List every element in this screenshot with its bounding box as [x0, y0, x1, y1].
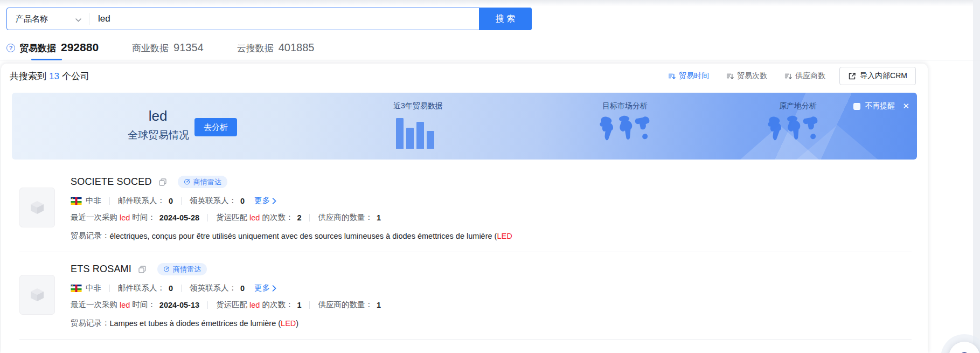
- headset-icon: [957, 350, 971, 353]
- trade-record-label: 贸易记录：: [71, 231, 110, 241]
- company-card: SOCIETE SOCED 商情雷达 中非 邮件联系人： 0 领英联系人：: [1, 160, 928, 252]
- separator: [309, 301, 310, 309]
- flag-central-african-republic-icon: [71, 197, 82, 205]
- tab-label: 商业数据: [132, 42, 169, 54]
- analysis-banner: led 全球贸易情况 去分析 近3年贸易数据 目标市场分析 原产地分析: [12, 93, 917, 160]
- close-icon[interactable]: ✕: [902, 101, 909, 111]
- search-bar: 产品名称 搜 索: [6, 8, 532, 30]
- last-purchase-date: 2024-05-13: [159, 301, 199, 309]
- country-label: 中非: [86, 283, 101, 293]
- sort-by-supplier-count[interactable]: 供应商数: [784, 71, 825, 81]
- company-name[interactable]: SOCIETE SOCED: [71, 176, 152, 188]
- tab-business-data[interactable]: 商业数据 91354: [132, 41, 204, 54]
- search-category-dropdown[interactable]: 产品名称: [7, 8, 89, 30]
- separator: [109, 285, 110, 292]
- sort-label: 贸易时间: [679, 71, 709, 81]
- company-card: ETS ROSAMI 商情雷达 中非 邮件联系人： 0 领英联系人：: [1, 252, 928, 339]
- sort-by-trade-count[interactable]: 贸易次数: [726, 71, 767, 81]
- email-contacts-value: 0: [169, 197, 173, 205]
- chevron-right-icon: [272, 198, 276, 204]
- tab-count: 91354: [173, 41, 204, 54]
- trade-record-row: 贸易记录： Lampes et tubes à diodes émettrice…: [71, 318, 912, 328]
- supplier-count: 1: [377, 213, 381, 222]
- freight-match-count: 1: [297, 301, 301, 309]
- trade-bar: [406, 128, 414, 149]
- separator: [207, 301, 208, 309]
- sort-icon: [668, 72, 676, 80]
- company-name[interactable]: ETS ROSAMI: [71, 264, 131, 275]
- linkedin-contacts-value: 0: [240, 284, 245, 293]
- more-link[interactable]: 更多: [254, 196, 276, 206]
- active-tab-underline: [31, 59, 62, 60]
- divider: [19, 339, 912, 340]
- banner-subtitle: 全球贸易情况: [128, 128, 188, 142]
- tab-trade-data[interactable]: 贸易数据 292880: [19, 41, 99, 54]
- chevron-right-icon: [272, 285, 276, 292]
- search-input[interactable]: [89, 8, 531, 30]
- trade-record-label: 贸易记录：: [71, 318, 110, 328]
- linkedin-contacts-label: 领英联系人：: [190, 196, 237, 206]
- business-radar-badge[interactable]: 商情雷达: [178, 176, 227, 188]
- tab-label: 贸易数据: [19, 42, 56, 54]
- copy-icon[interactable]: [138, 265, 147, 274]
- email-contacts-value: 0: [169, 284, 173, 293]
- sort-label: 供应商数: [795, 71, 825, 81]
- sort-icon: [726, 72, 734, 80]
- world-map-icon: [765, 113, 821, 148]
- tabs-row: ? 贸易数据 292880 商业数据 91354 云搜数据 401885: [0, 36, 980, 60]
- banner-dismiss-group: 不再提醒 ✕: [853, 101, 909, 111]
- trade-stats-row: 最近一次采购led时间： 2024-05-13 货运匹配led的次数： 1 供应…: [71, 300, 912, 310]
- tab-cloud-search-data[interactable]: 云搜数据 401885: [237, 41, 315, 54]
- banner-keyword-group: led 全球贸易情况: [128, 108, 188, 142]
- company-card-body: SOCIETE SOCED 商情雷达 中非 邮件联系人： 0 领英联系人：: [71, 176, 912, 241]
- separator: [109, 197, 110, 205]
- trade-bar: [427, 131, 434, 149]
- badge-label: 商情雷达: [173, 265, 201, 274]
- radar-icon: [163, 266, 170, 273]
- banner-chart-label: 近3年贸易数据: [393, 101, 443, 111]
- email-contacts-label: 邮件联系人：: [118, 196, 165, 206]
- tab-count: 292880: [61, 41, 99, 54]
- last-purchase-date: 2024-05-28: [159, 213, 199, 222]
- copy-icon[interactable]: [158, 178, 167, 186]
- trade-bars-chart: [396, 118, 434, 149]
- separator: [181, 197, 182, 205]
- box-icon: [28, 286, 46, 304]
- keyword-highlight: led: [120, 301, 130, 309]
- chevron-down-icon: [75, 15, 81, 24]
- trade-record-text: Lampes et tubes à diodes émettrices de l…: [110, 319, 281, 328]
- results-header: 共搜索到13个公司 贸易时间 贸易次数 供应商数 导入内部CRM: [1, 64, 928, 88]
- keyword-highlight: led: [249, 213, 260, 222]
- contact-row: 中非 邮件联系人： 0 领英联系人： 0 更多: [71, 283, 912, 293]
- trade-record-row: 贸易记录： électriques, conçus pour être util…: [71, 231, 912, 241]
- box-icon: [28, 198, 46, 217]
- more-link[interactable]: 更多: [254, 283, 276, 293]
- dismiss-label[interactable]: 不再提醒: [865, 101, 895, 111]
- keyword-highlight: led: [120, 213, 130, 222]
- sort-by-trade-time[interactable]: 贸易时间: [668, 71, 709, 81]
- banner-market-label: 目标市场分析: [602, 101, 648, 111]
- freight-match-count: 2: [297, 213, 301, 222]
- results-toolbar: 贸易时间 贸易次数 供应商数 导入内部CRM: [651, 67, 916, 85]
- dismiss-checkbox[interactable]: [853, 103, 860, 110]
- tab-count: 401885: [279, 41, 315, 54]
- business-radar-badge[interactable]: 商情雷达: [157, 263, 207, 275]
- results-count-text: 共搜索到13个公司: [10, 70, 89, 82]
- sort-icon: [784, 72, 792, 80]
- company-logo-placeholder: [19, 275, 55, 315]
- sort-label: 贸易次数: [737, 71, 767, 81]
- keyword-highlight: LED: [497, 232, 512, 240]
- import-crm-button[interactable]: 导入内部CRM: [839, 67, 916, 85]
- trade-stats-row: 最近一次采购led时间： 2024-05-28 货运匹配led的次数： 2 供应…: [71, 212, 912, 223]
- country-label: 中非: [86, 196, 101, 206]
- banner-keyword: led: [128, 108, 188, 124]
- supplier-count: 1: [377, 301, 381, 309]
- radar-icon: [184, 178, 191, 185]
- search-button[interactable]: 搜 索: [479, 8, 532, 30]
- flag-central-african-republic-icon: [71, 285, 82, 292]
- help-icon[interactable]: ?: [6, 44, 15, 52]
- separator: [181, 285, 182, 292]
- contact-row: 中非 邮件联系人： 0 领英联系人： 0 更多: [71, 196, 912, 206]
- analyze-button[interactable]: 去分析: [194, 118, 237, 136]
- results-count: 13: [46, 71, 62, 81]
